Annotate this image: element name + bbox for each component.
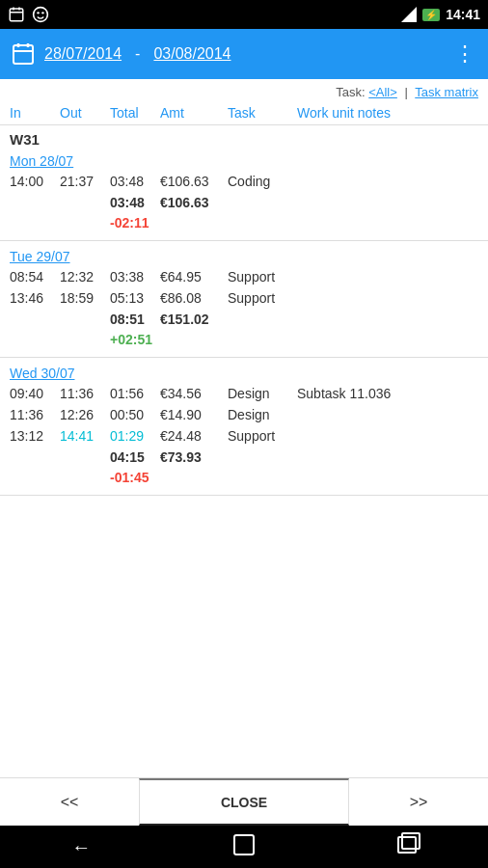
- balance-value: +02:51: [110, 332, 160, 347]
- entry-amt: €14.90: [160, 407, 228, 422]
- entry-total: 01:56: [110, 386, 160, 401]
- calendar-status-icon: [8, 6, 25, 23]
- header-date-from[interactable]: 28/07/2014: [44, 45, 122, 63]
- status-icons: [8, 6, 50, 23]
- table-row[interactable]: 09:40 11:36 01:56 €34.56 Design Subtask …: [0, 383, 488, 404]
- week-label: W31: [0, 125, 488, 149]
- entry-amt: €24.48: [160, 428, 228, 444]
- android-nav-bar: ←: [0, 826, 488, 868]
- svg-point-4: [34, 8, 48, 22]
- entry-out: 12:26: [60, 407, 110, 422]
- entry-out: 21:37: [60, 174, 110, 189]
- entry-total: 03:38: [110, 269, 160, 285]
- summary-row: 04:15 €73.93: [0, 447, 488, 468]
- task-filter-separator: |: [404, 85, 407, 99]
- col-in-header: In: [10, 105, 60, 121]
- prev-button[interactable]: <<: [0, 778, 139, 826]
- balance-row: -01:45: [0, 468, 488, 491]
- entry-task: Support: [228, 428, 297, 444]
- entry-amt: €106.63: [160, 174, 228, 189]
- header-calendar-icon: [12, 42, 35, 66]
- task-matrix-link[interactable]: Task matrix: [415, 85, 478, 99]
- task-filter-label: Task:: [336, 85, 365, 99]
- next-button[interactable]: >>: [349, 778, 488, 826]
- table-row[interactable]: 13:46 18:59 05:13 €86.08 Support: [0, 287, 488, 309]
- main-content: Task: <All> | Task matrix In Out Total A…: [0, 79, 488, 777]
- entry-out: 18:59: [60, 290, 110, 306]
- entry-in: 08:54: [10, 269, 60, 285]
- col-notes-header: Work unit notes: [297, 105, 478, 121]
- entry-out: 11:36: [60, 386, 110, 401]
- column-headers: In Out Total Amt Task Work unit notes: [0, 103, 488, 125]
- entry-out-cyan: 14:41: [60, 428, 110, 444]
- home-button[interactable]: [215, 834, 273, 860]
- back-button[interactable]: ←: [52, 836, 110, 858]
- svg-marker-7: [401, 7, 417, 22]
- home-icon: [233, 834, 255, 855]
- svg-point-5: [37, 12, 39, 14]
- task-filter-row: Task: <All> | Task matrix: [0, 79, 488, 103]
- entry-total: 05:13: [110, 290, 160, 306]
- header-left: 28/07/2014 - 03/08/2014: [12, 42, 230, 66]
- summary-total: 08:51: [110, 312, 160, 327]
- close-button[interactable]: CLOSE: [139, 778, 349, 826]
- smiley-status-icon: [31, 6, 50, 23]
- task-filter-all[interactable]: <All>: [368, 85, 397, 99]
- summary-amt: €151.02: [160, 312, 228, 327]
- summary-row: 08:51 €151.02: [0, 309, 488, 330]
- status-bar: ⚡ 14:41: [0, 0, 488, 29]
- entry-task: Coding: [228, 174, 297, 189]
- more-options-icon[interactable]: ⋮: [454, 41, 476, 67]
- balance-value: -01:45: [110, 470, 160, 485]
- recents-button[interactable]: [378, 836, 436, 858]
- day-divider: [0, 240, 488, 241]
- col-out-header: Out: [60, 105, 110, 121]
- entry-amt: €64.95: [160, 269, 228, 285]
- entry-total: 03:48: [110, 174, 160, 189]
- day-label-wed[interactable]: Wed 30/07: [0, 362, 488, 383]
- table-row[interactable]: 08:54 12:32 03:38 €64.95 Support: [0, 266, 488, 287]
- svg-rect-8: [14, 45, 33, 64]
- table-row[interactable]: 13:12 14:41 01:29 €24.48 Support: [0, 425, 488, 447]
- balance-row: +02:51: [0, 330, 488, 353]
- col-amt-header: Amt: [160, 105, 228, 121]
- col-task-header: Task: [228, 105, 297, 121]
- entry-task: Design: [228, 407, 297, 422]
- recents-icon: [397, 836, 417, 854]
- entry-out: 12:32: [60, 269, 110, 285]
- svg-point-6: [41, 12, 43, 14]
- entry-amt: €86.08: [160, 290, 228, 306]
- header-date-separator: -: [135, 45, 140, 63]
- balance-row: -02:11: [0, 213, 488, 236]
- entry-notes: Subtask 11.036: [297, 386, 478, 401]
- header-date-to[interactable]: 03/08/2014: [153, 45, 230, 63]
- summary-total: 04:15: [110, 449, 160, 465]
- status-right: ⚡ 14:41: [401, 7, 480, 22]
- table-row[interactable]: 14:00 21:37 03:48 €106.63 Coding: [0, 171, 488, 192]
- battery-icon: ⚡: [422, 9, 440, 21]
- entry-in: 09:40: [10, 386, 60, 401]
- summary-row: 03:48 €106.63: [0, 192, 488, 213]
- summary-amt: €106.63: [160, 195, 228, 210]
- entry-in: 13:12: [10, 428, 60, 444]
- entry-task: Support: [228, 290, 297, 306]
- summary-total: 03:48: [110, 195, 160, 210]
- entry-task: Support: [228, 269, 297, 285]
- status-time: 14:41: [446, 7, 480, 22]
- col-total-header: Total: [110, 105, 160, 121]
- day-divider: [0, 357, 488, 358]
- day-label-tue[interactable]: Tue 29/07: [0, 245, 488, 266]
- day-label-mon[interactable]: Mon 28/07: [0, 149, 488, 171]
- day-divider: [0, 495, 488, 496]
- bottom-nav: << CLOSE >>: [0, 777, 488, 826]
- summary-amt: €73.93: [160, 449, 228, 465]
- entry-in: 14:00: [10, 174, 60, 189]
- entry-in: 11:36: [10, 407, 60, 422]
- balance-value: -02:11: [110, 215, 160, 231]
- entry-in: 13:46: [10, 290, 60, 306]
- table-row[interactable]: 11:36 12:26 00:50 €14.90 Design: [0, 404, 488, 425]
- entry-total: 00:50: [110, 407, 160, 422]
- app-header: 28/07/2014 - 03/08/2014 ⋮: [0, 29, 488, 79]
- signal-icon: [401, 7, 417, 22]
- entry-total-cyan: 01:29: [110, 428, 160, 444]
